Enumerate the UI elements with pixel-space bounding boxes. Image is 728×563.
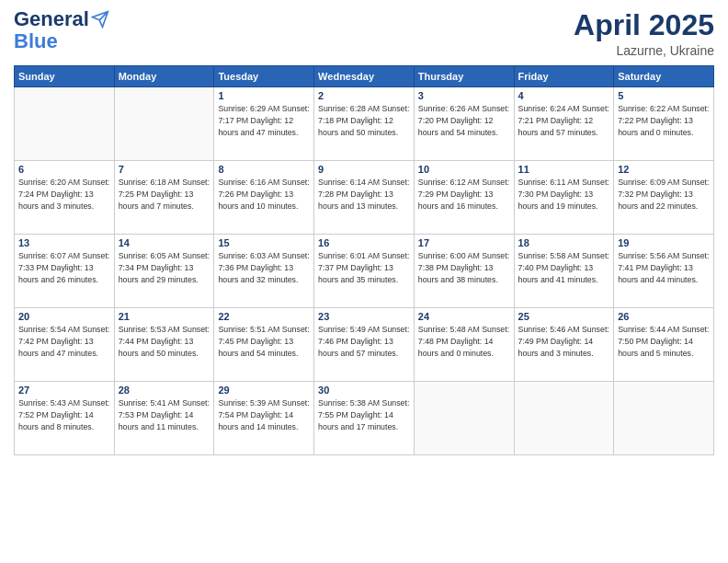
calendar-cell	[614, 382, 714, 455]
day-number: 15	[218, 237, 310, 248]
day-number: 25	[518, 311, 610, 322]
day-info: Sunrise: 5:43 AM Sunset: 7:52 PM Dayligh…	[18, 397, 110, 432]
day-info: Sunrise: 6:24 AM Sunset: 7:21 PM Dayligh…	[518, 103, 610, 138]
calendar-cell: 22Sunrise: 5:51 AM Sunset: 7:45 PM Dayli…	[214, 308, 314, 382]
calendar-cell: 29Sunrise: 5:39 AM Sunset: 7:54 PM Dayli…	[214, 382, 314, 455]
calendar-cell: 16Sunrise: 6:01 AM Sunset: 7:37 PM Dayli…	[314, 235, 415, 308]
day-info: Sunrise: 6:05 AM Sunset: 7:34 PM Dayligh…	[119, 250, 210, 285]
day-info: Sunrise: 5:58 AM Sunset: 7:40 PM Dayligh…	[518, 250, 610, 285]
day-info: Sunrise: 6:28 AM Sunset: 7:18 PM Dayligh…	[318, 103, 410, 138]
month-title: April 2025	[574, 9, 714, 41]
page-container: General Blue April 2025 Lazurne, Ukraine…	[0, 0, 728, 563]
calendar-day-header: Wednesday	[314, 66, 415, 87]
day-number: 3	[418, 90, 510, 101]
calendar-day-header: Thursday	[414, 66, 514, 87]
calendar-cell: 23Sunrise: 5:49 AM Sunset: 7:46 PM Dayli…	[314, 308, 415, 382]
day-number: 8	[218, 164, 310, 175]
day-number: 27	[18, 385, 110, 396]
page-header: General Blue April 2025 Lazurne, Ukraine	[14, 9, 714, 58]
day-number: 24	[418, 311, 510, 322]
calendar-cell: 21Sunrise: 5:53 AM Sunset: 7:44 PM Dayli…	[114, 308, 214, 382]
day-number: 30	[318, 385, 410, 396]
calendar-cell	[114, 87, 214, 161]
day-number: 1	[218, 90, 310, 101]
day-info: Sunrise: 6:09 AM Sunset: 7:32 PM Dayligh…	[618, 177, 710, 212]
day-info: Sunrise: 5:53 AM Sunset: 7:44 PM Dayligh…	[119, 324, 210, 359]
day-info: Sunrise: 6:03 AM Sunset: 7:36 PM Dayligh…	[218, 250, 310, 285]
day-number: 18	[518, 237, 610, 248]
day-info: Sunrise: 5:54 AM Sunset: 7:42 PM Dayligh…	[18, 324, 110, 359]
calendar-cell: 18Sunrise: 5:58 AM Sunset: 7:40 PM Dayli…	[514, 235, 614, 308]
calendar-cell: 24Sunrise: 5:48 AM Sunset: 7:48 PM Dayli…	[414, 308, 514, 382]
day-number: 22	[218, 311, 310, 322]
day-info: Sunrise: 5:51 AM Sunset: 7:45 PM Dayligh…	[218, 324, 310, 359]
calendar-cell: 13Sunrise: 6:07 AM Sunset: 7:33 PM Dayli…	[15, 235, 115, 308]
calendar-cell: 5Sunrise: 6:22 AM Sunset: 7:22 PM Daylig…	[614, 87, 714, 161]
day-number: 17	[418, 237, 510, 248]
day-info: Sunrise: 6:14 AM Sunset: 7:28 PM Dayligh…	[318, 177, 410, 212]
day-info: Sunrise: 5:44 AM Sunset: 7:50 PM Dayligh…	[618, 324, 710, 359]
calendar-cell: 2Sunrise: 6:28 AM Sunset: 7:18 PM Daylig…	[314, 87, 415, 161]
calendar-day-header: Friday	[514, 66, 614, 87]
day-number: 14	[119, 237, 210, 248]
day-number: 19	[618, 237, 710, 248]
day-info: Sunrise: 6:29 AM Sunset: 7:17 PM Dayligh…	[218, 103, 310, 138]
day-info: Sunrise: 5:49 AM Sunset: 7:46 PM Dayligh…	[318, 324, 410, 359]
calendar-cell	[514, 382, 614, 455]
calendar-cell: 10Sunrise: 6:12 AM Sunset: 7:29 PM Dayli…	[414, 161, 514, 235]
calendar-cell: 7Sunrise: 6:18 AM Sunset: 7:25 PM Daylig…	[114, 161, 214, 235]
day-info: Sunrise: 5:48 AM Sunset: 7:48 PM Dayligh…	[418, 324, 510, 359]
logo: General Blue	[14, 9, 109, 53]
day-info: Sunrise: 5:56 AM Sunset: 7:41 PM Dayligh…	[618, 250, 710, 285]
calendar-cell: 27Sunrise: 5:43 AM Sunset: 7:52 PM Dayli…	[15, 382, 115, 455]
day-info: Sunrise: 6:12 AM Sunset: 7:29 PM Dayligh…	[418, 177, 510, 212]
day-info: Sunrise: 6:26 AM Sunset: 7:20 PM Dayligh…	[418, 103, 510, 138]
day-number: 7	[119, 164, 210, 175]
calendar-week-row: 6Sunrise: 6:20 AM Sunset: 7:24 PM Daylig…	[15, 161, 714, 235]
day-number: 28	[119, 385, 210, 396]
calendar-cell: 25Sunrise: 5:46 AM Sunset: 7:49 PM Dayli…	[514, 308, 614, 382]
calendar-cell: 8Sunrise: 6:16 AM Sunset: 7:26 PM Daylig…	[214, 161, 314, 235]
calendar-cell: 17Sunrise: 6:00 AM Sunset: 7:38 PM Dayli…	[414, 235, 514, 308]
logo-blue: Blue	[14, 29, 58, 53]
calendar-week-row: 27Sunrise: 5:43 AM Sunset: 7:52 PM Dayli…	[15, 382, 714, 455]
day-number: 23	[318, 311, 410, 322]
calendar-cell: 14Sunrise: 6:05 AM Sunset: 7:34 PM Dayli…	[114, 235, 214, 308]
calendar-cell: 30Sunrise: 5:38 AM Sunset: 7:55 PM Dayli…	[314, 382, 415, 455]
calendar-cell: 3Sunrise: 6:26 AM Sunset: 7:20 PM Daylig…	[414, 87, 514, 161]
day-number: 13	[18, 237, 110, 248]
calendar-cell: 15Sunrise: 6:03 AM Sunset: 7:36 PM Dayli…	[214, 235, 314, 308]
day-number: 26	[618, 311, 710, 322]
day-info: Sunrise: 6:00 AM Sunset: 7:38 PM Dayligh…	[418, 250, 510, 285]
day-number: 11	[518, 164, 610, 175]
day-number: 5	[618, 90, 710, 101]
day-info: Sunrise: 5:39 AM Sunset: 7:54 PM Dayligh…	[218, 397, 310, 432]
calendar-cell: 19Sunrise: 5:56 AM Sunset: 7:41 PM Dayli…	[614, 235, 714, 308]
location: Lazurne, Ukraine	[574, 43, 714, 58]
day-number: 29	[218, 385, 310, 396]
calendar-day-header: Monday	[114, 66, 214, 87]
calendar-cell: 4Sunrise: 6:24 AM Sunset: 7:21 PM Daylig…	[514, 87, 614, 161]
day-number: 10	[418, 164, 510, 175]
calendar-cell: 9Sunrise: 6:14 AM Sunset: 7:28 PM Daylig…	[314, 161, 415, 235]
calendar-week-row: 13Sunrise: 6:07 AM Sunset: 7:33 PM Dayli…	[15, 235, 714, 308]
calendar-header-row: SundayMondayTuesdayWednesdayThursdayFrid…	[15, 66, 714, 87]
day-info: Sunrise: 6:11 AM Sunset: 7:30 PM Dayligh…	[518, 177, 610, 212]
day-info: Sunrise: 6:07 AM Sunset: 7:33 PM Dayligh…	[18, 250, 110, 285]
calendar-day-header: Sunday	[15, 66, 115, 87]
calendar-day-header: Tuesday	[214, 66, 314, 87]
calendar-cell: 11Sunrise: 6:11 AM Sunset: 7:30 PM Dayli…	[514, 161, 614, 235]
calendar-cell: 1Sunrise: 6:29 AM Sunset: 7:17 PM Daylig…	[214, 87, 314, 161]
calendar-cell: 28Sunrise: 5:41 AM Sunset: 7:53 PM Dayli…	[114, 382, 214, 455]
day-number: 21	[119, 311, 210, 322]
day-number: 20	[18, 311, 110, 322]
day-info: Sunrise: 6:16 AM Sunset: 7:26 PM Dayligh…	[218, 177, 310, 212]
day-info: Sunrise: 5:46 AM Sunset: 7:49 PM Dayligh…	[518, 324, 610, 359]
calendar-cell: 6Sunrise: 6:20 AM Sunset: 7:24 PM Daylig…	[15, 161, 115, 235]
logo-bird-icon	[91, 10, 109, 29]
day-info: Sunrise: 6:20 AM Sunset: 7:24 PM Dayligh…	[18, 177, 110, 212]
day-info: Sunrise: 6:01 AM Sunset: 7:37 PM Dayligh…	[318, 250, 410, 285]
day-number: 16	[318, 237, 410, 248]
day-info: Sunrise: 5:41 AM Sunset: 7:53 PM Dayligh…	[119, 397, 210, 432]
logo-general: General	[14, 9, 89, 29]
